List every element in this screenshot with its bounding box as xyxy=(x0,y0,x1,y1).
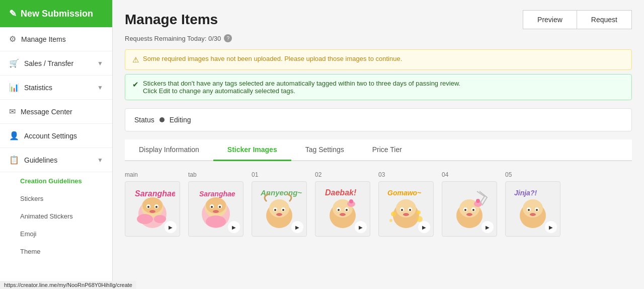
svg-point-26 xyxy=(282,209,284,211)
tab-tag-settings[interactable]: Tag Settings xyxy=(291,139,358,161)
sidebar-sub-emoji[interactable]: Emoji xyxy=(0,225,112,243)
sidebar-sub-creation-guidelines[interactable]: Creation Guidelines xyxy=(0,172,112,190)
sidebar-item-guidelines[interactable]: 📋 Guidelines ▼ xyxy=(0,148,112,172)
sticker-thumb-main[interactable]: Saranghae! ▶ xyxy=(125,181,180,237)
svg-text:Jinja?!: Jinja?! xyxy=(514,189,537,197)
svg-point-9 xyxy=(137,214,153,224)
play-button-03[interactable]: ▶ xyxy=(418,221,430,233)
sticker-thumb-01[interactable]: Annyeong~ ▶ xyxy=(252,181,307,237)
sticker-thumb-03[interactable]: Gomawo~ ▶ xyxy=(378,181,434,237)
sidebar-item-account-settings-label: Account Settings xyxy=(24,132,77,140)
svg-point-5 xyxy=(147,206,149,208)
svg-point-57 xyxy=(466,213,472,216)
svg-point-18 xyxy=(213,210,219,213)
sidebar-item-sales-transfer[interactable]: 🛒 Sales / Transfer ▼ xyxy=(0,51,112,76)
new-submission-icon: ✎ xyxy=(9,8,17,19)
status-bar: Status Editing xyxy=(125,108,632,131)
svg-point-17 xyxy=(219,206,221,208)
svg-point-65 xyxy=(536,209,538,211)
svg-point-45 xyxy=(403,213,409,216)
svg-point-43 xyxy=(401,209,403,211)
sticker-item-05: 05 Jinja?! ▶ xyxy=(505,171,560,237)
new-submission-button[interactable]: ✎ New Submission xyxy=(0,0,112,27)
request-button[interactable]: Request xyxy=(577,10,632,29)
emoji-label: Emoji xyxy=(20,230,37,238)
play-button-main[interactable]: ▶ xyxy=(165,221,177,233)
play-button-tab[interactable]: ▶ xyxy=(228,221,240,233)
tab-price-tier[interactable]: Price Tier xyxy=(358,139,416,161)
sticker-thumb-tab[interactable]: Saranghae ▶ xyxy=(188,181,244,237)
warning-icon: ⚠ xyxy=(132,55,139,64)
svg-point-6 xyxy=(155,206,157,208)
tab-sticker-images-label: Sticker Images xyxy=(227,146,277,154)
preview-button[interactable]: Preview xyxy=(523,10,577,29)
svg-point-49 xyxy=(389,219,392,222)
requests-remaining-text: Requests Remaining Today: 0/30 xyxy=(125,35,221,42)
sidebar-item-statistics-label: Statistics xyxy=(24,84,52,92)
status-dot xyxy=(159,117,165,122)
guidelines-chevron-icon: ▼ xyxy=(97,157,103,164)
sticker-label-01: 01 xyxy=(252,171,258,178)
tab-tag-settings-label: Tag Settings xyxy=(305,146,344,154)
svg-point-38 xyxy=(349,199,353,203)
svg-point-64 xyxy=(528,209,530,211)
sidebar-sub-animated-stickers[interactable]: Animated Stickers xyxy=(0,207,112,225)
success-icon: ✔ xyxy=(132,80,139,89)
svg-point-59 xyxy=(476,199,480,203)
header-buttons: Preview Request xyxy=(523,10,632,29)
alert-warning-text: Some required images have not been uploa… xyxy=(143,55,402,62)
sticker-label-02: 02 xyxy=(315,171,321,178)
svg-point-35 xyxy=(340,213,346,216)
tab-display-information[interactable]: Display Information xyxy=(125,139,213,161)
svg-point-33 xyxy=(338,209,340,211)
sidebar-sub-theme[interactable]: Theme xyxy=(0,243,112,260)
sticker-grid: main Saranghae! ▶ xyxy=(125,171,632,237)
requests-remaining: Requests Remaining Today: 0/30 ? xyxy=(125,34,632,42)
status-value: Editing xyxy=(170,116,191,124)
stickers-label: Stickers xyxy=(20,195,43,202)
sidebar-item-manage-items-label: Manage Items xyxy=(21,35,66,43)
play-button-01[interactable]: ▶ xyxy=(291,221,303,233)
svg-point-20 xyxy=(206,215,226,228)
url-bar: https://creator.line.me/my/NooRnP68Y0Hih… xyxy=(0,281,136,289)
guidelines-icon: 📋 xyxy=(9,155,19,165)
help-icon[interactable]: ? xyxy=(224,34,232,42)
svg-text:Gomawo~: Gomawo~ xyxy=(387,189,421,197)
page-header: Manage Items Preview Request xyxy=(125,10,632,29)
svg-point-27 xyxy=(276,213,282,216)
animated-stickers-label: Animated Stickers xyxy=(20,212,73,220)
svg-point-48 xyxy=(417,210,421,214)
sticker-thumb-05[interactable]: Jinja?! ▶ xyxy=(505,181,560,237)
sidebar-item-message-center[interactable]: ✉ Message Center xyxy=(0,100,112,124)
play-button-02[interactable]: ▶ xyxy=(355,221,367,233)
theme-label: Theme xyxy=(20,248,40,255)
play-button-05[interactable]: ▶ xyxy=(545,221,557,233)
svg-text:Saranghae!: Saranghae! xyxy=(135,189,175,198)
tab-sticker-images[interactable]: Sticker Images xyxy=(213,139,291,161)
sticker-item-01: 01 Annyeong~ ▶ xyxy=(252,171,307,237)
play-button-04[interactable]: ▶ xyxy=(481,221,494,233)
sidebar-item-sales-label: Sales / Transfer xyxy=(24,59,73,67)
svg-point-25 xyxy=(274,209,276,211)
sticker-item-main: main Saranghae! ▶ xyxy=(125,171,180,237)
sidebar: ✎ New Submission ⚙ Manage Items 🛒 Sales … xyxy=(0,0,113,289)
sidebar-item-guidelines-label: Guidelines xyxy=(24,156,57,164)
sticker-label-main: main xyxy=(125,171,138,178)
sidebar-sub-stickers[interactable]: Stickers xyxy=(0,190,112,207)
main-content: Manage Items Preview Request Requests Re… xyxy=(113,0,644,289)
sticker-thumb-04[interactable]: ▶ xyxy=(442,181,497,237)
sticker-label-tab: tab xyxy=(188,171,197,178)
svg-point-7 xyxy=(149,210,155,213)
tabs-bar: Display Information Sticker Images Tag S… xyxy=(125,139,632,161)
sidebar-item-account-settings[interactable]: 👤 Account Settings xyxy=(0,124,112,148)
sidebar-item-statistics[interactable]: 📊 Statistics ▼ xyxy=(0,76,112,100)
new-submission-label: New Submission xyxy=(21,9,93,19)
sticker-item-tab: tab Saranghae ▶ xyxy=(188,171,244,237)
alert-success-text: Stickers that don't have any tags select… xyxy=(143,80,460,95)
svg-point-55 xyxy=(464,209,466,211)
sticker-thumb-02[interactable]: Daebak! ▶ xyxy=(315,181,370,237)
sticker-label-04: 04 xyxy=(442,171,448,178)
page-title: Manage Items xyxy=(125,12,218,28)
sidebar-item-manage-items[interactable]: ⚙ Manage Items xyxy=(0,27,112,51)
svg-text:Saranghae: Saranghae xyxy=(199,190,235,198)
